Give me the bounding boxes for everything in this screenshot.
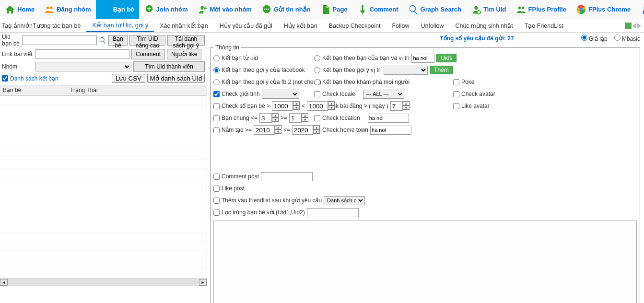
tab-moi-nhom[interactable]: Mời vào nhóm bbox=[192, 0, 256, 19]
subtab-xacnhan[interactable]: Xác nhận kết bạn bbox=[154, 19, 213, 32]
so-bb-min[interactable] bbox=[272, 101, 293, 111]
radio-mbasic[interactable] bbox=[614, 35, 621, 41]
chk-poke[interactable] bbox=[453, 79, 459, 85]
comment-post-input[interactable] bbox=[261, 172, 313, 181]
chk-gioitinh[interactable] bbox=[213, 91, 220, 97]
subtab-unfollow[interactable]: Unfollow bbox=[415, 19, 450, 32]
spin-down-icon[interactable]: ▼ bbox=[293, 105, 300, 110]
spin-down-icon[interactable]: ▼ bbox=[275, 129, 281, 134]
tab-dang-nhom[interactable]: Đăng nhóm bbox=[39, 0, 96, 19]
btn-banbe[interactable]: Bạn bè bbox=[108, 35, 128, 46]
tab-home[interactable]: Home bbox=[0, 0, 39, 19]
tab-token[interactable]: FPlus Token & Co bbox=[635, 0, 644, 19]
scroll-track[interactable] bbox=[8, 279, 199, 286]
link-input[interactable] bbox=[35, 49, 129, 59]
radio-fb2[interactable] bbox=[213, 79, 220, 85]
tab-comment[interactable]: Comment bbox=[352, 0, 403, 19]
ban-chung-min[interactable] bbox=[289, 113, 302, 123]
chk-ban-chung[interactable] bbox=[213, 115, 220, 121]
so-bb-max[interactable] bbox=[307, 101, 328, 111]
spin-up-icon[interactable]: ▲ bbox=[328, 101, 335, 105]
tab-profile[interactable]: FPlus Profile bbox=[511, 0, 571, 19]
btn-comment[interactable]: Comment bbox=[131, 49, 165, 59]
btn-mo-ds[interactable]: Mở danh sách UId bbox=[147, 74, 205, 83]
spin-up-icon[interactable]: ▲ bbox=[293, 101, 300, 105]
nhom-select[interactable] bbox=[35, 62, 131, 71]
chk-check-avatar[interactable] bbox=[453, 91, 459, 97]
nav-next-icon[interactable] bbox=[637, 23, 641, 29]
tab-chrome[interactable]: FPlus Chrome bbox=[571, 0, 635, 19]
tab-tim-uid[interactable]: Tìm UId bbox=[466, 0, 511, 19]
btn-nguoi-like[interactable]: Người like bbox=[167, 49, 201, 59]
spin-down-icon[interactable]: ▼ bbox=[302, 117, 308, 122]
bai-dang-val[interactable] bbox=[390, 101, 403, 111]
radio-goi-y-vt[interactable] bbox=[314, 67, 320, 73]
tab-join-nhom[interactable]: Join nhóm bbox=[139, 0, 193, 19]
chk-loc-trung[interactable] bbox=[213, 210, 220, 216]
tab-gui-tin[interactable]: Gửi tin nhắn bbox=[257, 0, 316, 19]
btn-tim-uid-tv[interactable]: Tìm Uid thành viên bbox=[133, 61, 205, 72]
spin-up-icon[interactable]: ▲ bbox=[272, 113, 279, 117]
radio-gialap[interactable] bbox=[581, 35, 587, 41]
btn-tai-ds[interactable]: Tải danh sách gợi ý bbox=[167, 35, 205, 46]
hometown-input[interactable] bbox=[370, 126, 411, 135]
radio-mbasic-wrap[interactable]: Mbasic bbox=[614, 35, 640, 42]
subtab-ketban-uid[interactable]: Kết bạn từ Uid, gợi ý bbox=[86, 19, 154, 32]
loc-trung-input[interactable] bbox=[307, 208, 359, 217]
spin-down-icon[interactable]: ▼ bbox=[313, 129, 320, 134]
scroll-right-icon[interactable]: ► bbox=[199, 279, 207, 286]
subtab-tag[interactable]: Tag ảnh/ởn bbox=[0, 19, 33, 32]
tab-page[interactable]: Page bbox=[316, 0, 352, 19]
subtab-follow[interactable]: Follow bbox=[386, 19, 415, 32]
btn-them[interactable]: Thêm bbox=[430, 66, 453, 74]
search-icon[interactable] bbox=[99, 35, 106, 45]
nam-tao-min[interactable] bbox=[254, 125, 275, 135]
subtab-tao-fl[interactable]: Tạo FriendList bbox=[519, 19, 569, 32]
chk-nam-tao[interactable] bbox=[213, 127, 220, 133]
spin-up-icon[interactable]: ▲ bbox=[302, 113, 308, 117]
uid-input[interactable] bbox=[22, 35, 97, 45]
spin-up-icon[interactable]: ▲ bbox=[313, 125, 320, 129]
vitri-input[interactable] bbox=[411, 54, 434, 63]
nav-prev-icon[interactable] bbox=[632, 23, 636, 29]
subtab-chuc-mung[interactable]: Chúc mừng sinh nhật bbox=[449, 19, 518, 32]
spin-up-icon[interactable]: ▲ bbox=[275, 125, 281, 129]
col-banbe[interactable]: Bạn bè bbox=[0, 85, 67, 95]
radio-vitri[interactable] bbox=[314, 55, 320, 61]
radio-kham-pha[interactable] bbox=[314, 79, 320, 85]
chk-like-avatar[interactable] bbox=[453, 103, 459, 109]
tab-ban-be[interactable]: Bạn bè bbox=[96, 0, 139, 19]
spin-down-icon[interactable]: ▼ bbox=[328, 105, 335, 110]
spin-up-icon[interactable]: ▲ bbox=[403, 101, 410, 105]
subtab-huy-kb[interactable]: Hủy kết bạn bbox=[278, 19, 323, 32]
gioitinh-select[interactable] bbox=[262, 90, 299, 99]
btn-luu-csv[interactable]: Lưu CSV bbox=[112, 74, 145, 83]
spin-down-icon[interactable]: ▼ bbox=[403, 105, 410, 110]
table-body[interactable] bbox=[0, 96, 207, 278]
chk-locale[interactable] bbox=[314, 91, 320, 97]
tab-graph-search[interactable]: Graph Search bbox=[403, 0, 466, 19]
chk-like-post[interactable] bbox=[213, 186, 220, 192]
chk-comment-post[interactable] bbox=[213, 174, 220, 180]
col-trangthai[interactable]: Trạng Thái bbox=[67, 85, 207, 95]
btn-tim-uid-nc[interactable]: Tìm UID nâng cao bbox=[129, 35, 165, 46]
large-textarea[interactable] bbox=[213, 221, 637, 303]
them-fl-select[interactable]: Danh sách c bbox=[324, 196, 365, 205]
radio-uid[interactable] bbox=[213, 55, 220, 61]
subtab-tuongtac[interactable]: Tương tác bạn bè bbox=[33, 19, 86, 32]
radio-gialap-wrap[interactable]: Giả lập bbox=[581, 35, 608, 42]
chk-so-bb[interactable] bbox=[213, 103, 220, 109]
chk-them-fl[interactable] bbox=[213, 198, 220, 204]
radio-fb[interactable] bbox=[213, 67, 220, 73]
ban-chung-max[interactable] bbox=[259, 113, 272, 123]
location-input[interactable] bbox=[368, 114, 409, 123]
chk-ds-kb[interactable] bbox=[2, 75, 8, 82]
goi-y-vt-select[interactable] bbox=[384, 66, 428, 75]
locale-select[interactable]: --- ALL --- bbox=[363, 90, 404, 99]
chk-location[interactable] bbox=[314, 115, 320, 121]
spin-down-icon[interactable]: ▼ bbox=[272, 117, 279, 122]
nam-tao-max[interactable] bbox=[292, 125, 313, 135]
subtab-huy-yc[interactable]: Hủy yêu cầu đã gửi bbox=[214, 19, 278, 32]
subtab-backup[interactable]: Backup Checkpoint bbox=[323, 19, 386, 32]
scroll-left-icon[interactable]: ◄ bbox=[0, 279, 8, 286]
